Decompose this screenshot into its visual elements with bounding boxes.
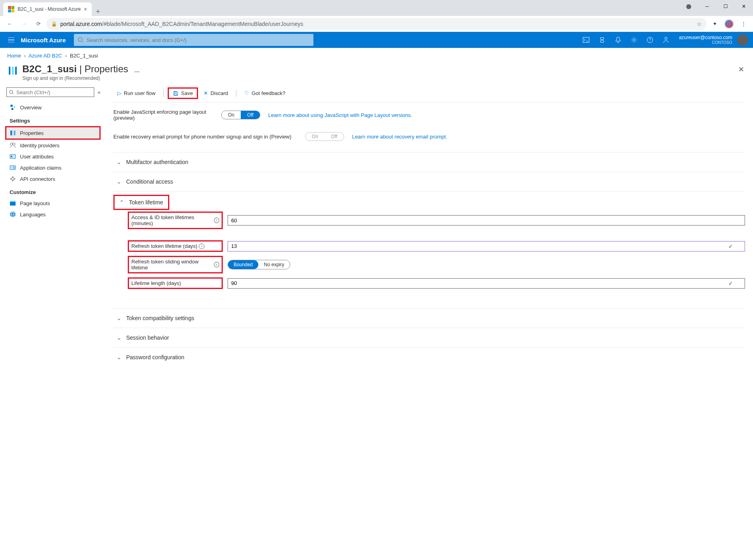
run-user-flow-button[interactable]: ▷ Run user flow [113,89,159,98]
sidebar-item-page-layouts[interactable]: Page layouts [6,198,101,209]
browser-menu-icon[interactable]: ⋮ [737,18,750,30]
minimize-button[interactable]: ─ [698,0,716,13]
hamburger-menu[interactable] [5,38,18,42]
tab-close-icon[interactable]: × [84,6,87,12]
help-icon[interactable] [642,32,658,48]
url-path: /#blade/Microsoft_AAD_B2CAdmin/TenantMan… [102,21,303,27]
sidebar-item-application-claims[interactable]: Application claims [6,162,101,173]
svg-rect-14 [14,131,15,135]
chevron-down-icon: ⌄ [117,315,121,321]
settings-icon[interactable] [626,32,642,48]
pill-bounded[interactable]: Bounded [228,260,258,269]
page-header: B2C_1_susi | Properties … Sign up and si… [0,63,753,87]
new-tab-button[interactable]: + [92,8,104,16]
feedback-button[interactable]: ♡ Got feedback? [240,89,289,98]
accordion-conditional-access[interactable]: ⌄ Conditional access [113,172,745,191]
shield-icon[interactable]: ⬣ [680,0,698,13]
save-button[interactable]: Save [169,89,197,98]
sidebar-item-properties[interactable]: Properties [6,127,99,139]
extensions-icon[interactable]: ✦ [708,18,721,30]
svg-point-2 [633,39,635,41]
link-javascript-learn-more[interactable]: Learn more about using JavaScript with P… [268,112,412,118]
back-button[interactable]: ← [3,18,16,30]
azure-logo[interactable]: Microsoft Azure [18,37,74,44]
search-icon [78,37,83,43]
azure-search-input[interactable] [87,37,309,43]
setting-recovery-email: Enable recovery email prompt for phone n… [113,132,745,141]
svg-rect-12 [10,131,12,135]
accordion-mfa[interactable]: ⌄ Multifactor authentication [113,152,745,172]
feedback-icon[interactable] [658,32,674,48]
info-icon[interactable]: i [199,243,204,249]
sidebar-item-api-connectors[interactable]: API connectors [6,173,101,184]
profile-avatar[interactable] [723,18,735,30]
chevron-down-icon: ⌄ [117,159,121,165]
sidebar-item-user-attributes[interactable]: User attributes [6,151,101,162]
breadcrumb-home[interactable]: Home [7,53,21,59]
label-sliding-window: Refresh token sliding window lifetime i [129,257,222,272]
sidebar-search[interactable] [6,87,94,97]
svg-point-11 [12,108,14,110]
notifications-icon[interactable] [610,32,626,48]
languages-icon [10,211,16,218]
accordion-token-lifetime[interactable]: ⌃ Token lifetime [115,196,168,209]
reload-button[interactable]: ⟳ [32,18,45,30]
svg-rect-7 [15,67,17,75]
toggle-on[interactable]: On [222,111,241,119]
maximize-button[interactable]: ☐ [716,0,735,13]
toggle-recovery: On Off [305,132,344,141]
directories-icon[interactable] [594,32,610,48]
sidebar-label: Languages [20,212,46,218]
cloud-shell-icon[interactable] [578,32,594,48]
content-area: ▷ Run user flow Save ✕ Discard ♡ Got fee… [104,87,753,560]
browser-tab[interactable]: B2C_1_susi - Microsoft Azure × [3,2,92,16]
heart-icon: ♡ [244,90,249,96]
svg-rect-21 [13,168,15,168]
breadcrumb-b2c[interactable]: Azure AD B2C [29,53,62,59]
sidebar-search-input[interactable] [16,89,91,95]
azure-user-info[interactable]: azureuser@contoso.com CONTOSO [674,35,737,45]
pill-no-expiry[interactable]: No expiry [258,260,290,269]
svg-point-4 [665,37,667,40]
sidebar-item-overview[interactable]: Overview [6,102,101,113]
sidebar-group-settings: Settings [6,113,101,126]
user-avatar[interactable] [737,34,748,46]
chevron-down-icon: ⌄ [117,354,121,360]
link-recovery-learn-more[interactable]: Learn more about recovery email prompt. [352,134,447,140]
close-blade-button[interactable]: ✕ [737,63,746,75]
input-access-token[interactable] [228,215,745,226]
sidebar-item-languages[interactable]: Languages [6,209,101,220]
command-bar: ▷ Run user flow Save ✕ Discard ♡ Got fee… [113,87,745,103]
pill-sliding-window[interactable]: Bounded No expiry [228,260,290,269]
accordion-session-behavior[interactable]: ⌄ Session behavior [113,328,745,347]
close-window-button[interactable]: ✕ [735,0,753,13]
collapse-sidebar-icon[interactable]: « [97,89,101,95]
info-icon[interactable]: i [214,218,219,223]
browser-toolbar: ← → ⟳ 🔒 portal.azure.com/#blade/Microsof… [0,16,753,32]
address-bar[interactable]: 🔒 portal.azure.com/#blade/Microsoft_AAD_… [46,18,707,30]
lock-icon: 🔒 [51,21,57,27]
toggle-javascript[interactable]: On Off [221,111,260,119]
svg-rect-1 [583,38,589,43]
discard-button[interactable]: ✕ Discard [200,89,232,98]
azure-search-box[interactable] [74,34,313,46]
save-icon [173,91,178,96]
page-title: B2C_1_susi | Properties … [22,63,140,75]
input-refresh-token[interactable] [228,241,745,251]
svg-point-0 [78,38,82,42]
label-access-token: Access & ID token lifetimes (minutes) i [129,213,222,228]
svg-point-15 [10,143,13,145]
accordion-password-configuration[interactable]: ⌄ Password configuration [113,348,745,367]
chevron-up-icon: ⌃ [119,199,124,206]
input-lifetime-length[interactable] [228,278,745,289]
chevron-down-icon: ⌄ [117,334,121,341]
sidebar-item-identity-providers[interactable]: Identity providers [6,140,101,151]
identity-icon [10,142,16,148]
info-icon[interactable]: i [214,262,219,267]
forward-button[interactable]: → [18,18,30,30]
sidebar-label: Properties [20,130,44,136]
toggle-off[interactable]: Off [241,111,260,119]
accordion-token-compatibility[interactable]: ⌄ Token compatibility settings [113,309,745,328]
star-icon[interactable]: ☆ [697,21,702,27]
svg-rect-13 [13,131,14,135]
